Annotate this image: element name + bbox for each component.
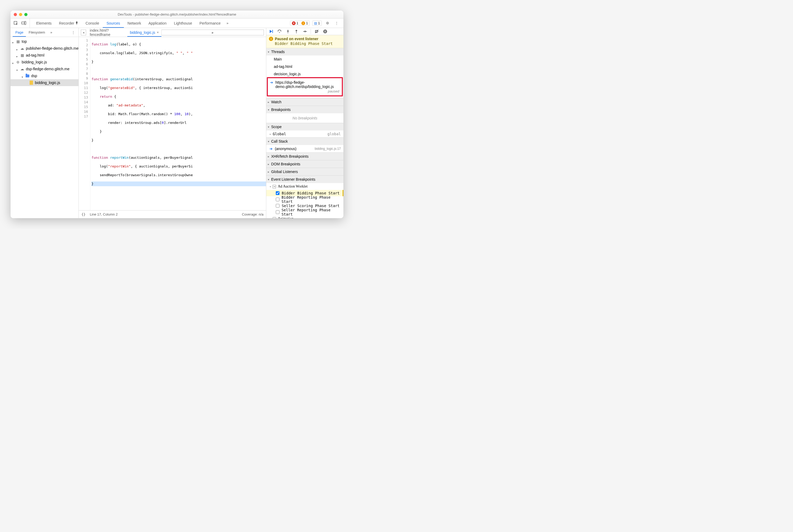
event-cat-auction[interactable]: ▾−Ad Auction Worklet	[266, 183, 343, 190]
thread-main[interactable]: Main	[266, 55, 343, 63]
tree-top[interactable]: top	[11, 38, 78, 45]
svg-rect-10	[325, 31, 326, 33]
tree-bidding-group[interactable]: bidding_logic.js	[11, 59, 78, 65]
pane-event-breakpoints[interactable]: ▾Event Listener Breakpoints	[266, 176, 343, 183]
svg-point-7	[306, 31, 307, 32]
pane-xhr[interactable]: ▸XHR/fetch Breakpoints	[266, 153, 343, 160]
svg-rect-1	[22, 22, 24, 24]
maximize-icon[interactable]	[24, 13, 27, 16]
current-thread-icon: ➔	[270, 80, 273, 84]
tree-dsp-domain[interactable]: dsp-fledge-demo.glitch.me	[11, 65, 78, 72]
tab-performance[interactable]: Performance	[196, 18, 224, 28]
svg-point-4	[279, 32, 280, 33]
svg-point-6	[296, 33, 297, 33]
issues-badge[interactable]: ▤1	[312, 21, 322, 26]
scope-global[interactable]: ▸Globalglobal	[266, 131, 343, 137]
svg-point-5	[288, 33, 288, 33]
pane-global-listeners[interactable]: ▸Global Listeners	[266, 168, 343, 175]
svg-rect-3	[272, 30, 273, 33]
more-tabs-icon[interactable]: »	[224, 20, 231, 26]
file-tab-index[interactable]: index.html?fencedframe	[87, 28, 127, 37]
pane-scope[interactable]: ▾Scope	[266, 123, 343, 131]
code-content[interactable]: function log(label, o) { console.log(lab…	[90, 37, 266, 210]
editor-statusbar: {} Line 17, Column 2 Coverage: n/a	[79, 210, 266, 218]
callstack-frame[interactable]: ➔(anonymous)bidding_logic.js:17	[266, 145, 343, 152]
kebab-icon[interactable]: ⋮	[333, 20, 340, 26]
step-into-icon[interactable]	[284, 28, 291, 35]
editor-history-fwd-icon[interactable]: ▸	[162, 30, 264, 35]
navigator-panel: Page Filesystem » ⋮ top publisher-fledge…	[11, 28, 79, 218]
close-icon[interactable]	[14, 13, 17, 16]
current-frame-icon: ➔	[269, 147, 272, 151]
pane-watch[interactable]: ▸Watch	[266, 98, 343, 106]
thread-dsp-highlighted[interactable]: ➔ https://dsp-fledge-demo.glitch.me/dsp/…	[267, 77, 343, 96]
tab-application[interactable]: Application	[145, 18, 170, 28]
coverage-status: Coverage: n/a	[242, 212, 264, 216]
no-breakpoints: No breakpoints	[266, 113, 343, 123]
file-tab-bidding[interactable]: bidding_logic.js×	[127, 28, 162, 37]
debugger-panel: iPaused on event listener Bidder Bidding…	[266, 28, 343, 218]
editor-history-back-icon[interactable]: ◂	[81, 30, 86, 35]
deactivate-breakpoints-icon[interactable]	[313, 28, 320, 35]
devtools-window: DevTools - publisher-fledge-demo.glitch.…	[11, 11, 343, 218]
titlebar: DevTools - publisher-fledge-demo.glitch.…	[11, 11, 343, 18]
device-icon[interactable]	[21, 20, 27, 26]
paused-banner: iPaused on event listener Bidder Bidding…	[266, 35, 343, 48]
event-bidder-reporting-start[interactable]: Bidder Reporting Phase Start	[266, 196, 343, 203]
tab-recorder[interactable]: Recorder	[55, 18, 82, 28]
svg-rect-2	[24, 21, 26, 24]
event-checkbox[interactable]	[276, 191, 280, 195]
pause-exceptions-icon[interactable]	[321, 28, 329, 35]
line-gutter: 1234567891011121314151617	[79, 37, 90, 210]
pane-threads[interactable]: ▾Threads	[266, 48, 343, 55]
event-checkbox[interactable]	[272, 217, 276, 218]
tab-console[interactable]: Console	[82, 18, 103, 28]
nav-tab-page[interactable]: Page	[13, 28, 26, 37]
event-checkbox[interactable]	[276, 197, 279, 201]
tab-lighthouse[interactable]: Lighthouse	[170, 18, 196, 28]
thread-decision[interactable]: decision_logic.js	[266, 70, 343, 78]
editor-panel: ◂ index.html?fencedframe bidding_logic.j…	[79, 28, 266, 218]
cursor-position: Line 17, Column 2	[90, 212, 118, 216]
step-out-icon[interactable]	[293, 28, 300, 35]
inspect-icon[interactable]	[13, 20, 19, 26]
settings-icon[interactable]: ⚙	[324, 20, 331, 26]
tree-ad-tag[interactable]: ad-tag.html	[11, 52, 78, 59]
tree-bidding-file[interactable]: bidding_logic.js	[11, 79, 78, 86]
tab-network[interactable]: Network	[124, 18, 145, 28]
tab-sources[interactable]: Sources	[103, 18, 124, 28]
thread-adtag[interactable]: ad-tag.html	[266, 63, 343, 70]
window-title: DevTools - publisher-fledge-demo.glitch.…	[11, 13, 343, 16]
step-icon[interactable]	[301, 28, 308, 35]
nav-tab-filesystem[interactable]: Filesystem	[26, 28, 48, 37]
tree-publisher-domain[interactable]: publisher-fledge-demo.glitch.me	[11, 45, 78, 52]
minimize-icon[interactable]	[19, 13, 22, 16]
info-icon: i	[269, 37, 273, 41]
event-seller-reporting-start[interactable]: Seller Reporting Phase Start	[266, 209, 343, 215]
nav-kebab-icon[interactable]: ⋮	[70, 29, 76, 36]
code-editor[interactable]: 1234567891011121314151617 function log(l…	[79, 37, 266, 210]
close-tab-icon[interactable]: ×	[157, 31, 159, 34]
pane-callstack[interactable]: ▾Call Stack	[266, 138, 343, 145]
tab-elements[interactable]: Elements	[33, 18, 55, 28]
resume-icon[interactable]	[267, 28, 275, 35]
pane-dom[interactable]: ▸DOM Breakpoints	[266, 160, 343, 168]
step-over-icon[interactable]	[276, 28, 283, 35]
svg-point-8	[323, 30, 327, 33]
event-checkbox[interactable]	[276, 204, 280, 208]
svg-rect-9	[324, 31, 325, 33]
main-toolbar: Elements Recorder Console Sources Networ…	[11, 18, 343, 28]
nav-more-icon[interactable]: »	[48, 28, 55, 37]
pane-breakpoints[interactable]: ▾Breakpoints	[266, 106, 343, 113]
pretty-print-icon[interactable]: {}	[81, 212, 86, 216]
error-badge[interactable]: ✕1 !1	[290, 21, 310, 26]
tree-dsp-folder[interactable]: dsp	[11, 72, 78, 79]
event-checkbox[interactable]	[276, 210, 279, 214]
